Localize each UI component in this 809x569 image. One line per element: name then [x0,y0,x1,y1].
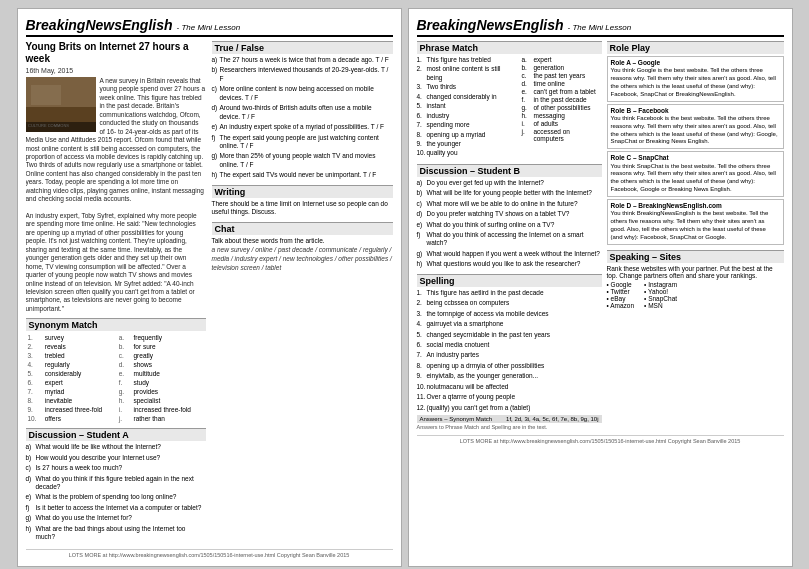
table-row: 2.reveals b.for sure [26,342,206,351]
discussion-b-item: What do you think of accessing the Inter… [417,231,602,248]
phrase-item: This figure has trebled [417,56,518,64]
tf-item: Around two-thirds of British adults ofte… [212,104,393,121]
chat-words: a new survey / online / past decade / co… [212,245,393,272]
discussion-a-item: What is the problem of spending too long… [26,493,206,501]
article-image: CULTURE COMMONS [26,77,96,132]
phrase-item: Two thirds [417,83,518,91]
phrase-answer: messaging [521,112,601,119]
spelling-item: social media cnotuent [417,341,602,349]
tf-item: Researchers interviewed thousands of 20-… [212,66,393,83]
spelling-item: nolutmacanu will be affected [417,383,602,391]
role-play-a: Role A – Google You think Google is the … [607,56,784,102]
discussion-a-item: How would you describe your Internet use… [26,454,206,462]
phrase-item: instant [417,102,518,110]
spelling-item: Over a qtarrre of young people [417,393,602,401]
spelling-item: opening up a drmyia of other possibiliti… [417,362,602,370]
table-row: 10.offers j.rather than [26,414,206,423]
discussion-b-title: Discussion – Student B [417,164,602,177]
discussion-a-title: Discussion – Student A [26,428,206,441]
discussion-b-item: Do you ever get fed up with the Internet… [417,179,602,187]
tf-item: More online content is now being accesse… [212,85,393,102]
synonym-match-title: Synonym Match [26,318,206,331]
spelling-item: This figure has aetlird in the past deca… [417,289,602,297]
right-page-footer: LOTS MORE at http://www.breakingnewsengl… [417,435,784,444]
left-article-col: Young Brits on Internet 27 hours a week … [26,41,206,544]
discussion-a-item: What are the bad things about using the … [26,525,206,542]
spelling-item: changed seycrnidable in the past ten yea… [417,331,602,339]
discussion-b-item: What would happen if you went a week wit… [417,250,602,258]
discussion-b-item: What will be life for young people bette… [417,189,602,197]
phrase-right-col: expert generation the past ten years tim… [521,56,601,159]
site-item: • Google [607,281,635,288]
phrase-item: spending more [417,121,518,129]
phrase-answer: time online [521,80,601,87]
table-row: 7.myriad g.provides [26,387,206,396]
table-row: 6.expert f.study [26,378,206,387]
answers-bar: Answers – Synonym Match 1f, 2d, 3i, 4a, … [417,415,602,423]
table-row: 1.survey a.frequently [26,333,206,342]
role-play-b: Role B – Facebook You think Facebook is … [607,104,784,150]
right-page-body: Phrase Match This figure has trebled mos… [417,41,784,430]
tf-item: More than 25% of young people watch TV a… [212,152,393,169]
role-a-title: Role A – Google [611,59,780,67]
phrase-answer: accessed on computers [521,128,601,142]
pages-container: BreakingNewsEnglish - The Mini Lesson Yo… [17,8,793,567]
discussion-a-item: Is 27 hours a week too much? [26,464,206,472]
spelling-item: gairruyet via a smartphone [417,320,602,328]
left-header-main: BreakingNewsEnglish [26,17,173,33]
left-page-body: Young Brits on Internet 27 hours a week … [26,41,393,544]
tf-item: The expert said TVs would never be unimp… [212,171,393,179]
right-page-header: BreakingNewsEnglish - The Mini Lesson [417,17,784,37]
spelling-title: Spelling [417,274,602,287]
tf-item: An industry expert spoke of a myriad of … [212,123,393,131]
svg-rect-2 [31,85,61,105]
phrase-item: industry [417,112,518,120]
synonym-match-table: 1.survey a.frequently 2.reveals b.for su… [26,333,206,423]
discussion-a-item: Is it better to access the Internet via … [26,504,206,512]
left-header-sub: - The Mini Lesson [177,23,241,32]
role-play-d: Role D – BreakingNewsEnglish.com You thi… [607,199,784,245]
phrase-item: changed considerably in [417,93,518,101]
phrase-answer: expert [521,56,601,63]
article-title: Young Brits on Internet 27 hours a week [26,41,206,65]
table-row: 3.trebled c.greatly [26,351,206,360]
site-item: • Yahoo! [644,288,677,295]
role-play-c: Role C – SnapChat You think SnapChat is … [607,151,784,197]
svg-text:CULTURE COMMONS: CULTURE COMMONS [28,123,69,128]
synonym-answers-label: Answers – Synonym Match [420,416,493,422]
phrase-answer: can't get from a tablet [521,88,601,95]
discussion-b-item: Do you prefer watching TV shows on a tab… [417,210,602,218]
site-item: • SnapChat [644,295,677,302]
phrase-left-col: This figure has trebled most online cont… [417,56,518,159]
spelling-item: (qualify) you can't get from a (tablet) [417,404,602,412]
rp-right-col: Role Play Role A – Google You think Goog… [607,41,784,430]
tf-item: The 27 hours a week is twice that from a… [212,56,393,64]
role-c-text: You think SnapChat is the best website. … [611,163,780,194]
speaking-intro: Rank these websites with your partner. P… [607,265,784,279]
role-b-text: You think Facebook is the best website. … [611,115,780,146]
phrase-answer: of other possibilities [521,104,601,111]
site-item: • Twitter [607,288,635,295]
true-false-title: True / False [212,41,393,54]
speaking-sites-title: Speaking – Sites [607,250,784,263]
right-header-sub: - The Mini Lesson [568,23,632,32]
right-header-main: BreakingNewsEnglish [417,17,564,33]
writing-text: There should be a time limit on Internet… [212,200,393,217]
discussion-b-item: What do you think of surfing online on a… [417,221,602,229]
site-item: • MSN [644,302,677,309]
chat-intro: Talk about these words from the article. [212,237,393,245]
phrase-answer: the past ten years [521,72,601,79]
left-page: BreakingNewsEnglish - The Mini Lesson Yo… [17,8,402,567]
discussion-a-item: What would life be like without the Inte… [26,443,206,451]
site-item: • Amazon [607,302,635,309]
phrase-item: opening up a myriad [417,131,518,139]
spelling-item: einyivtalb, as the younger generation... [417,372,602,380]
table-row: 5.considerably e.multitude [26,369,206,378]
phrase-item: most online content is still being [417,65,518,82]
table-row: 9.increased three-fold i.increased three… [26,405,206,414]
left-right-col: True / False The 27 hours a week is twic… [212,41,393,544]
spelling-item: the tornnpige of access via mobile devic… [417,310,602,318]
discussion-a-item: What do you use the Internet for? [26,514,206,522]
speaking-sites: • Google • Twitter • eBay • Amazon • Ins… [607,281,784,309]
rp-left-col: Phrase Match This figure has trebled mos… [417,41,602,430]
